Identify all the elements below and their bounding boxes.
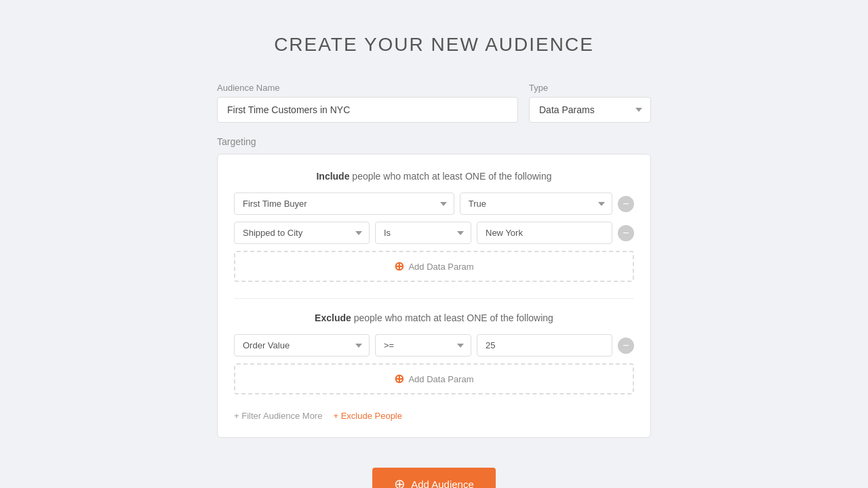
add-audience-plus-icon: ⊕ xyxy=(394,476,406,488)
exclude-add-param-button[interactable]: ⊕ Add Data Param xyxy=(234,363,634,394)
add-audience-button[interactable]: ⊕ Add Audience xyxy=(372,468,496,488)
include-add-param-button[interactable]: ⊕ Add Data Param xyxy=(234,251,634,282)
exclude-header: Exclude people who match at least ONE of… xyxy=(234,312,634,323)
include-operator-1-select[interactable]: True False xyxy=(460,192,612,215)
exclude-header-text: people who match at least ONE of the fol… xyxy=(354,312,553,323)
include-operator-2-select[interactable]: Is Is Not Contains xyxy=(375,222,471,244)
include-header-text: people who match at least ONE of the fol… xyxy=(352,171,551,182)
include-condition-2: Shipped to City First Time Buyer Order V… xyxy=(234,222,634,244)
exclude-value-1-input[interactable] xyxy=(477,334,612,357)
section-divider xyxy=(234,298,634,299)
exclude-section: Exclude people who match at least ONE of… xyxy=(234,312,634,394)
page-title: CREATE YOUR NEW AUDIENCE xyxy=(217,34,651,56)
include-keyword: Include xyxy=(316,171,349,182)
filter-links: + Filter Audience More + Exclude People xyxy=(234,411,634,421)
type-group: Type Data Params Custom List Lookalike xyxy=(529,83,651,123)
targeting-label: Targeting xyxy=(217,136,651,147)
exclude-remove-1-button[interactable]: − xyxy=(618,338,634,354)
add-audience-label: Add Audience xyxy=(411,479,474,489)
exclude-add-param-label: Add Data Param xyxy=(408,374,473,384)
audience-name-label: Audience Name xyxy=(217,83,518,93)
page-container: CREATE YOUR NEW AUDIENCE Audience Name T… xyxy=(217,34,651,488)
type-select[interactable]: Data Params Custom List Lookalike xyxy=(529,97,651,123)
exclude-operator-1-select[interactable]: >= <= = > < xyxy=(375,334,471,357)
form-row-top: Audience Name Type Data Params Custom Li… xyxy=(217,83,651,123)
targeting-section: Targeting Include people who match at le… xyxy=(217,136,651,438)
include-condition-1: First Time Buyer Shipped to City Order V… xyxy=(234,192,634,215)
include-add-param-label: Add Data Param xyxy=(408,262,473,272)
targeting-box: Include people who match at least ONE of… xyxy=(217,154,651,438)
button-container: ⊕ Add Audience Cancel xyxy=(217,451,651,488)
filter-audience-more-link[interactable]: + Filter Audience More xyxy=(234,411,322,421)
audience-name-input[interactable] xyxy=(217,97,518,123)
include-field-1-select[interactable]: First Time Buyer Shipped to City Order V… xyxy=(234,192,454,215)
exclude-condition-1: Order Value First Time Buyer Shipped to … xyxy=(234,334,634,357)
exclude-keyword: Exclude xyxy=(315,312,351,323)
include-header: Include people who match at least ONE of… xyxy=(234,171,634,182)
include-field-2-select[interactable]: Shipped to City First Time Buyer Order V… xyxy=(234,222,370,244)
include-remove-2-button[interactable]: − xyxy=(618,225,634,241)
include-remove-1-button[interactable]: − xyxy=(618,196,634,212)
audience-name-group: Audience Name xyxy=(217,83,518,123)
type-label: Type xyxy=(529,83,651,93)
include-value-2-input[interactable] xyxy=(477,222,612,244)
include-section: Include people who match at least ONE of… xyxy=(234,171,634,282)
exclude-people-link[interactable]: + Exclude People xyxy=(333,411,402,421)
exclude-field-1-select[interactable]: Order Value First Time Buyer Shipped to … xyxy=(234,334,370,357)
include-add-icon: ⊕ xyxy=(394,259,404,274)
exclude-add-icon: ⊕ xyxy=(394,371,404,386)
